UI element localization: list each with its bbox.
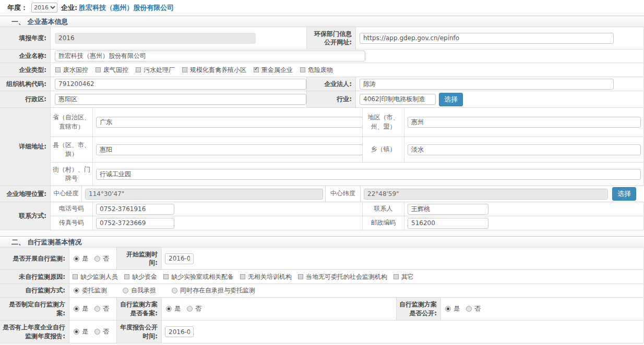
filed-radio-yes[interactable] [166, 306, 172, 312]
has-plan-options: 是 否 [69, 298, 117, 320]
county-input[interactable] [96, 144, 363, 155]
reason-checkbox-other[interactable] [393, 274, 399, 279]
section2-header: 二、 自行监测基本情况 [0, 236, 644, 248]
reason-option: 缺少监测人员 [73, 273, 118, 281]
carry-radio-label: 是 [82, 254, 88, 263]
report-time-input[interactable] [165, 326, 194, 337]
report-radio-label: 是 [82, 327, 88, 336]
carry-radio-no[interactable] [94, 256, 100, 262]
industry-cell: 选择 [356, 91, 644, 107]
postcode-input[interactable] [408, 218, 488, 229]
plan-filed-label: 自行监测方案是否备案: [117, 298, 162, 320]
filed-option-no: 否 [187, 304, 201, 313]
type-checkbox-label: 危险废物 [308, 66, 333, 75]
town-input[interactable] [408, 144, 641, 155]
has-report-options: 是 否 [69, 321, 117, 343]
address-label: 详细地址: [0, 108, 51, 186]
reason-checkbox-no-training[interactable] [240, 274, 245, 279]
type-option: 废气国控 [96, 66, 128, 75]
epinfo-input[interactable] [360, 33, 614, 44]
year-select[interactable]: 2016 [31, 3, 57, 13]
method-radio-entrusted[interactable] [74, 288, 79, 293]
town-cell [404, 137, 644, 162]
geo-select-button[interactable]: 选择 [612, 187, 636, 201]
industry-input[interactable] [360, 94, 436, 105]
county-cell [93, 137, 363, 162]
company-name-link[interactable]: 胜宏科技（惠州）股份有限公司 [79, 3, 174, 13]
postcode-cell [404, 216, 644, 230]
fax-label: 传真号码 [51, 216, 93, 230]
reason-option: 缺少实验室或相关配备 [163, 273, 234, 281]
row-geo-position: 企业地理位置: 中心经度 中心纬度 选择 [0, 186, 644, 202]
region-cell [404, 108, 644, 137]
reason-option: 无相关培训机构 [240, 273, 292, 281]
contact-person-input[interactable] [408, 204, 488, 215]
county-label: 县（区、市、旗） [51, 137, 93, 162]
type-checkbox-hazardous-waste[interactable] [300, 67, 305, 72]
org-code-input[interactable] [55, 79, 306, 90]
legal-person-input[interactable] [360, 79, 614, 90]
has-plan-label: 是否制定自行监测方案: [0, 298, 69, 320]
latitude-label: 中心纬度 [326, 186, 361, 202]
phone-label: 电话号码 [51, 202, 93, 216]
contact-person-cell [404, 202, 644, 216]
row-address: 详细地址: 省（自治区、直辖市） 地区（市、州、盟） 县（区、市、旗） 乡（镇） [0, 108, 644, 186]
legal-person-cell [356, 77, 644, 91]
filed-radio-no[interactable] [187, 306, 193, 312]
region-input[interactable] [408, 117, 641, 128]
report-year-input[interactable] [55, 33, 256, 44]
street-input[interactable] [96, 169, 641, 180]
method-radio-both[interactable] [172, 288, 177, 293]
longitude-input[interactable] [85, 189, 323, 200]
row-org-code: 组织机构代码: 企业法人: [0, 77, 644, 91]
province-label: 省（自治区、直辖市） [51, 108, 93, 137]
industry-select-button[interactable]: 选择 [439, 93, 463, 106]
top-bar: 年度： 2016 企业: 胜宏科技（惠州）股份有限公司 [0, 0, 644, 16]
reason-checkbox-no-funds[interactable] [124, 274, 129, 279]
start-time-input[interactable] [165, 253, 194, 264]
report-radio-no[interactable] [94, 329, 100, 335]
contact-subrow-phone: 电话号码 联系人 [51, 202, 644, 216]
reason-checkbox-no-staff[interactable] [73, 274, 78, 279]
carry-radio-yes[interactable] [74, 256, 79, 262]
type-checkbox-livestock[interactable] [182, 67, 187, 72]
plan-radio-yes[interactable] [74, 306, 79, 312]
section2-table: 是否开展自行监测: 是 否 开始监测时间: 未自行监测原因: 缺少监测人员 缺少… [0, 248, 644, 343]
street-label: 街（村）、门牌号 [51, 163, 93, 186]
phone-input[interactable] [96, 204, 174, 215]
type-checkbox-wastegas[interactable] [96, 67, 101, 72]
report-year-label: 填报年度: [0, 27, 51, 49]
fax-input[interactable] [96, 218, 174, 229]
latitude-input[interactable] [364, 189, 608, 200]
province-input[interactable] [96, 117, 363, 128]
type-checkbox-wastewater[interactable] [55, 67, 61, 72]
reason-checkbox-no-agency[interactable] [298, 274, 303, 279]
row-company-type: 企业类型: 废水国控 废气国控 污水处理厂 规模化畜禽养殖小区 重金属企业 危险… [0, 63, 644, 77]
type-checkbox-sewage-plant[interactable] [136, 67, 141, 72]
report-radio-yes[interactable] [74, 329, 79, 335]
reason-option: 其它 [393, 273, 414, 281]
filed-option-yes: 是 [166, 304, 181, 313]
contact-subtable: 电话号码 联系人 传真号码 邮政编码 [51, 202, 644, 230]
reason-option: 缺少资金 [124, 273, 157, 281]
type-checkbox-heavy-metal[interactable] [254, 67, 259, 72]
row-no-monitor-reason: 未自行监测原因: 缺少监测人员 缺少资金 缺少实验室或相关配备 无相关培训机构 … [0, 270, 644, 284]
public-option-yes: 是 [445, 304, 460, 313]
public-radio-no[interactable] [466, 306, 472, 312]
company-name-input[interactable] [55, 51, 365, 61]
contact-label: 联系方式: [0, 202, 51, 230]
plan-radio-no[interactable] [94, 306, 100, 312]
street-cell [93, 163, 644, 186]
latitude-cell: 选择 [361, 186, 644, 202]
reason-checkbox-label: 缺少资金 [132, 273, 157, 281]
method-radio-self[interactable] [123, 288, 128, 293]
fax-cell [93, 216, 363, 230]
reason-checkbox-label: 当地无可委托的社会监测机构 [306, 273, 387, 281]
method-radio-label: 委托监测 [82, 286, 107, 295]
reason-checkbox-no-lab[interactable] [163, 274, 169, 279]
company-type-label: 企业类型: [0, 63, 51, 77]
public-radio-yes[interactable] [445, 306, 451, 312]
district-input[interactable] [55, 94, 306, 105]
town-label: 乡（镇） [363, 137, 404, 162]
public-radio-label: 否 [474, 304, 481, 313]
